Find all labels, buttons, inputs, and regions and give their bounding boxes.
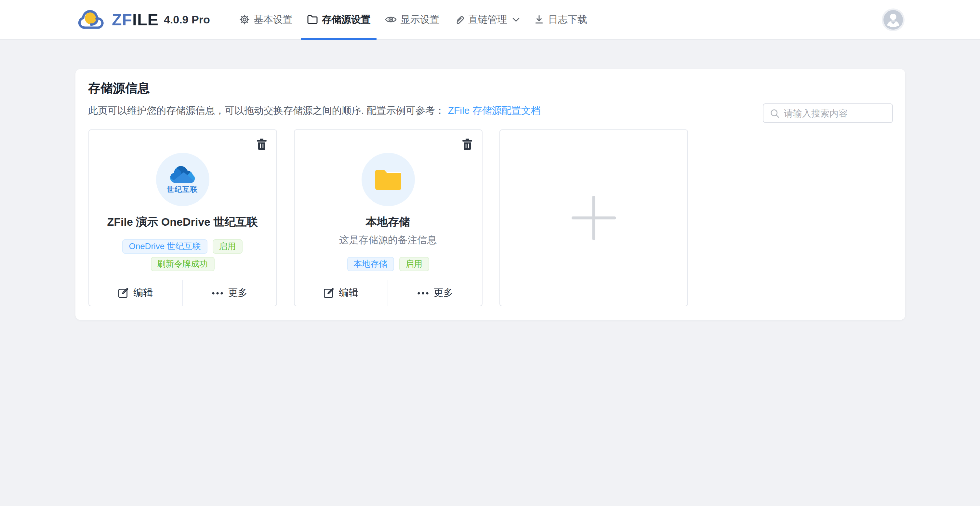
more-icon [212, 291, 224, 295]
storage-icon-label: 世纪互联 [167, 185, 198, 194]
add-storage-card[interactable] [499, 129, 688, 306]
edit-label: 编辑 [134, 287, 153, 299]
nav-label: 存储源设置 [322, 13, 371, 26]
more-label: 更多 [228, 287, 248, 299]
app-header: ZFILE 4.0.9 Pro 基本设置 存储源设置 显示设置 直链管理 日志下… [0, 0, 980, 40]
local-folder-icon [361, 153, 415, 206]
plus-icon [571, 196, 616, 240]
edit-icon [323, 288, 334, 299]
chevron-down-icon [512, 17, 520, 22]
storage-tag: OneDrive 世纪互联 [122, 239, 207, 254]
main-content: 存储源信息 此页可以维护您的存储源信息，可以拖动交换存储源之间的顺序. 配置示例… [0, 69, 980, 320]
delete-storage-icon[interactable] [461, 138, 473, 151]
gear-icon [239, 14, 250, 25]
storage-card-footer: 编辑 更多 [89, 280, 276, 306]
search-input[interactable] [784, 108, 885, 118]
nav-label: 直链管理 [468, 13, 507, 26]
nav-item-basic[interactable]: 基本设置 [232, 0, 300, 39]
folder-icon [307, 14, 318, 25]
storage-tag: 本地存储 [347, 257, 394, 271]
storage-card-1[interactable]: 世纪互联 ZFile 演示 OneDrive 世纪互联OneDrive 世纪互联… [88, 129, 277, 306]
edit-button[interactable]: 编辑 [89, 280, 182, 306]
nav-item-log-download[interactable]: 日志下载 [527, 0, 594, 39]
nav-label: 日志下载 [548, 13, 587, 26]
edit-label: 编辑 [339, 287, 359, 299]
doc-link[interactable]: ZFile 存储源配置文档 [448, 105, 541, 116]
storage-card-footer: 编辑 更多 [294, 280, 482, 306]
avatar[interactable] [882, 8, 905, 31]
edit-icon [118, 288, 129, 299]
storage-card-body: 世纪互联 ZFile 演示 OneDrive 世纪互联OneDrive 世纪互联… [89, 130, 276, 280]
storage-name: ZFile 演示 OneDrive 世纪互联 [107, 215, 258, 229]
search-box [762, 103, 892, 123]
storage-remark: 这是存储源的备注信息 [339, 234, 437, 247]
storage-tags: OneDrive 世纪互联启用刷新令牌成功 [97, 239, 267, 271]
zfile-admin-page: ZFILE 4.0.9 Pro 基本设置 存储源设置 显示设置 直链管理 日志下… [0, 0, 980, 506]
nav-label: 基本设置 [254, 13, 293, 26]
edit-button[interactable]: 编辑 [294, 280, 388, 306]
brand[interactable]: ZFILE 4.0.9 Pro [75, 8, 210, 31]
nav-item-display[interactable]: 显示设置 [378, 0, 447, 39]
storage-card-2[interactable]: 本地存储这是存储源的备注信息本地存储启用 编辑 更多 [294, 129, 482, 306]
storage-name: 本地存储 [366, 215, 410, 229]
storage-tag: 刷新令牌成功 [151, 257, 214, 271]
top-nav: 基本设置 存储源设置 显示设置 直链管理 日志下载 [232, 0, 594, 39]
zfile-logo-icon [75, 8, 112, 31]
panel-title: 存储源信息 [88, 81, 892, 96]
nav-item-storage[interactable]: 存储源设置 [300, 0, 378, 39]
brand-name: ZFILE [112, 11, 159, 28]
storage-card-body: 本地存储这是存储源的备注信息本地存储启用 [294, 130, 482, 280]
nav-label: 显示设置 [401, 13, 440, 26]
more-icon [417, 291, 429, 295]
download-icon [534, 14, 544, 25]
storage-tags: 本地存储启用 [303, 257, 473, 271]
paperclip-icon [454, 14, 464, 25]
onedrive-icon: 世纪互联 [156, 153, 209, 206]
brand-version: 4.0.9 Pro [164, 14, 210, 25]
panel-description-text: 此页可以维护您的存储源信息，可以拖动交换存储源之间的顺序. 配置示例可参考： [88, 105, 445, 116]
storage-tag: 启用 [213, 239, 243, 254]
more-button[interactable]: 更多 [182, 280, 276, 306]
eye-icon [385, 14, 397, 25]
storage-tag: 启用 [399, 257, 429, 271]
storage-panel: 存储源信息 此页可以维护您的存储源信息，可以拖动交换存储源之间的顺序. 配置示例… [75, 69, 905, 320]
more-button[interactable]: 更多 [388, 280, 482, 306]
more-label: 更多 [434, 287, 453, 299]
delete-storage-icon[interactable] [255, 138, 267, 151]
nav-item-direct-link[interactable]: 直链管理 [447, 0, 527, 39]
search-icon [770, 108, 780, 118]
storage-cards-row: 世纪互联 ZFile 演示 OneDrive 世纪互联OneDrive 世纪互联… [88, 129, 892, 306]
